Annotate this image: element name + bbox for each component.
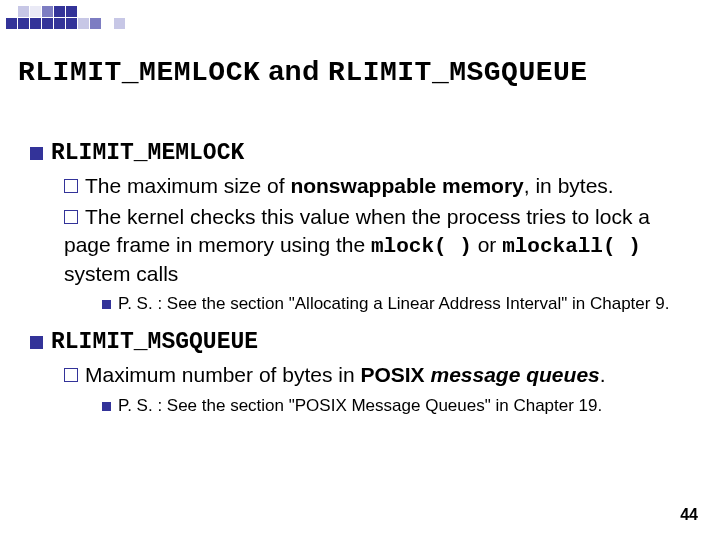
- bullet-text-bold: POSIX: [360, 363, 424, 386]
- bullet-item: Maximum number of bytes in POSIX message…: [64, 361, 690, 388]
- filled-square-bullet-icon: [30, 336, 43, 349]
- section-msgqueue: RLIMIT_MSGQUEUE Maximum number of bytes …: [30, 329, 690, 416]
- section-heading: RLIMIT_MSGQUEUE: [30, 329, 690, 355]
- hollow-square-bullet-icon: [64, 368, 78, 382]
- hollow-square-bullet-icon: [64, 179, 78, 193]
- slide-title: RLIMIT_MEMLOCK and RLIMIT_MSGQUEUE: [18, 55, 702, 88]
- small-square-bullet-icon: [102, 402, 111, 411]
- bullet-text-bolditalic: message queues: [430, 363, 599, 386]
- section-heading: RLIMIT_MEMLOCK: [30, 140, 690, 166]
- subnote-text: P. S. : See the section "Allocating a Li…: [118, 294, 669, 313]
- heading-text: RLIMIT_MEMLOCK: [51, 140, 244, 166]
- bullet-item: The maximum size of nonswappable memory,…: [64, 172, 690, 199]
- title-code-1: RLIMIT_MEMLOCK: [18, 57, 260, 88]
- sub-bullet-item: P. S. : See the section "POSIX Message Q…: [102, 395, 690, 417]
- slide: RLIMIT_MEMLOCK and RLIMIT_MSGQUEUE RLIMI…: [0, 0, 720, 540]
- page-number: 44: [680, 506, 698, 524]
- bullet-item: The kernel checks this value when the pr…: [64, 203, 690, 287]
- bullet-text-prefix: The maximum size of: [85, 174, 290, 197]
- slide-body: RLIMIT_MEMLOCK The maximum size of nonsw…: [30, 140, 690, 427]
- corner-decoration: [6, 6, 146, 32]
- bullet-text-suffix: system calls: [64, 262, 178, 285]
- bullet-code: mlock( ): [371, 235, 472, 258]
- title-conj: and: [260, 55, 328, 86]
- section-memlock: RLIMIT_MEMLOCK The maximum size of nonsw…: [30, 140, 690, 315]
- bullet-text-mid: or: [472, 233, 502, 256]
- subnote-text: P. S. : See the section "POSIX Message Q…: [118, 396, 602, 415]
- bullet-text-suffix: .: [600, 363, 606, 386]
- bullet-text-bold: nonswappable memory: [290, 174, 523, 197]
- hollow-square-bullet-icon: [64, 210, 78, 224]
- heading-text: RLIMIT_MSGQUEUE: [51, 329, 258, 355]
- sub-bullet-item: P. S. : See the section "Allocating a Li…: [102, 293, 690, 315]
- title-code-2: RLIMIT_MSGQUEUE: [328, 57, 588, 88]
- bullet-text-prefix: Maximum number of bytes in: [85, 363, 360, 386]
- filled-square-bullet-icon: [30, 147, 43, 160]
- bullet-code: mlockall( ): [502, 235, 641, 258]
- bullet-text-suffix: , in bytes.: [524, 174, 614, 197]
- small-square-bullet-icon: [102, 300, 111, 309]
